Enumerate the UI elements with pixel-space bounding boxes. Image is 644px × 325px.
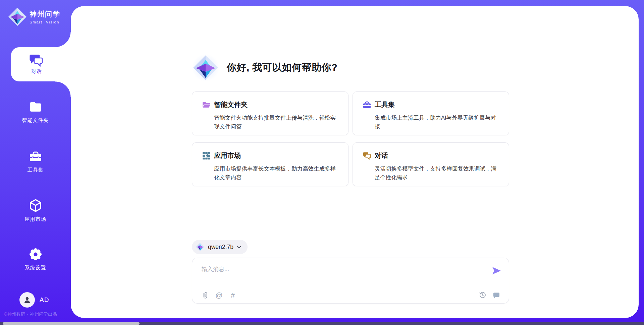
card-description: 智能文件夹功能支持批量文件上传与清洗，轻松实现文件问答 — [214, 113, 341, 131]
greeting: 你好, 我可以如何帮助你? — [192, 54, 337, 81]
send-icon — [491, 266, 501, 275]
greeting-text: 你好, 我可以如何帮助你? — [227, 61, 337, 74]
brand: 神州问学 Smart Vision — [8, 7, 60, 26]
chevron-down-icon — [237, 246, 241, 249]
paperclip-icon — [202, 291, 209, 299]
feature-card-smart-folder[interactable]: 智能文件夹 智能文件夹功能支持批量文件上传与清洗，轻松实现文件问答 — [192, 91, 348, 135]
brand-subtitle: Smart Vision — [30, 20, 60, 24]
model-name: qwen2:7b — [208, 244, 233, 251]
chat-bubbles-icon — [30, 54, 44, 67]
card-title: 应用市场 — [214, 151, 241, 160]
composer-left-tools: @ # — [201, 291, 237, 300]
at-sign-icon: @ — [215, 291, 222, 299]
toolbox-icon — [0, 149, 71, 164]
toolbox-icon — [363, 101, 371, 109]
folder-icon — [0, 99, 71, 115]
sidebar-footer: ©神州数码 · 神州问学出品 — [4, 311, 57, 317]
feature-card-toolset[interactable]: 工具集 集成市场上主流工具，助力AI与外界无缝扩展与对接 — [353, 91, 509, 135]
user-profile[interactable]: AD — [19, 292, 49, 308]
sidebar: 神州问学 Smart Vision 对话 智能文件夹 — [0, 0, 71, 325]
main-panel: 你好, 我可以如何帮助你? 智能文件夹 智能文件夹功能支持批量文件上传与清洗，轻… — [71, 6, 639, 318]
sidebar-item-chat[interactable]: 对话 — [11, 47, 71, 81]
message-composer: @ # — [192, 258, 509, 304]
brand-logo-diamond-icon — [8, 7, 27, 26]
feature-card-app-market[interactable]: 应用市场 应用市场提供丰富长文本模板，助力高效生成多样化文章内容 — [192, 142, 348, 186]
comment-button[interactable] — [492, 291, 501, 300]
card-title: 智能文件夹 — [214, 100, 248, 109]
scrollbar-thumb[interactable] — [3, 322, 140, 325]
cube-icon — [0, 198, 71, 213]
history-icon — [479, 291, 486, 299]
grid-icon — [202, 151, 211, 160]
greeting-diamond-icon — [192, 54, 219, 81]
composer-divider — [198, 287, 503, 287]
folder-open-icon — [202, 101, 211, 109]
comment-icon — [493, 292, 500, 299]
sidebar-item-label: 工具集 — [0, 167, 71, 173]
hash-icon: # — [231, 291, 235, 299]
composer-right-tools — [478, 291, 501, 300]
history-button[interactable] — [478, 291, 487, 300]
sidebar-item-label: 智能文件夹 — [0, 117, 71, 124]
user-initials: AD — [40, 296, 49, 304]
model-selector[interactable]: qwen2:7b — [192, 240, 248, 254]
avatar — [19, 292, 35, 308]
brand-name: 神州问学 — [30, 9, 60, 19]
chat-icon — [363, 151, 371, 160]
sidebar-item-label: 对话 — [31, 68, 42, 75]
model-diamond-icon — [196, 243, 205, 251]
send-button[interactable] — [491, 266, 501, 275]
sidebar-item-smart-folder[interactable]: 智能文件夹 — [0, 99, 71, 124]
message-input[interactable] — [202, 263, 483, 276]
card-title: 对话 — [375, 151, 388, 160]
feature-card-chat[interactable]: 对话 灵活切换多模型文件，支持多样回复效果调试，满足个性化需求 — [353, 142, 509, 186]
topic-button[interactable]: # — [228, 291, 237, 300]
horizontal-scrollbar — [0, 322, 644, 325]
sidebar-item-label: 应用市场 — [0, 216, 71, 222]
card-description: 集成市场上主流工具，助力AI与外界无缝扩展与对接 — [375, 113, 501, 131]
sidebar-item-label: 系统设置 — [0, 265, 71, 271]
gear-icon — [0, 247, 71, 262]
mention-button[interactable]: @ — [215, 291, 223, 300]
card-description: 灵活切换多模型文件，支持多样回复效果调试，满足个性化需求 — [375, 164, 501, 182]
card-description: 应用市场提供丰富长文本模板，助力高效生成多样化文章内容 — [214, 164, 341, 182]
attach-button[interactable] — [201, 291, 210, 300]
sidebar-item-toolset[interactable]: 工具集 — [0, 149, 71, 173]
feature-cards: 智能文件夹 智能文件夹功能支持批量文件上传与清洗，轻松实现文件问答 — [192, 91, 509, 186]
sidebar-item-settings[interactable]: 系统设置 — [0, 247, 71, 271]
card-title: 工具集 — [375, 100, 395, 109]
sidebar-item-app-market[interactable]: 应用市场 — [0, 198, 71, 222]
